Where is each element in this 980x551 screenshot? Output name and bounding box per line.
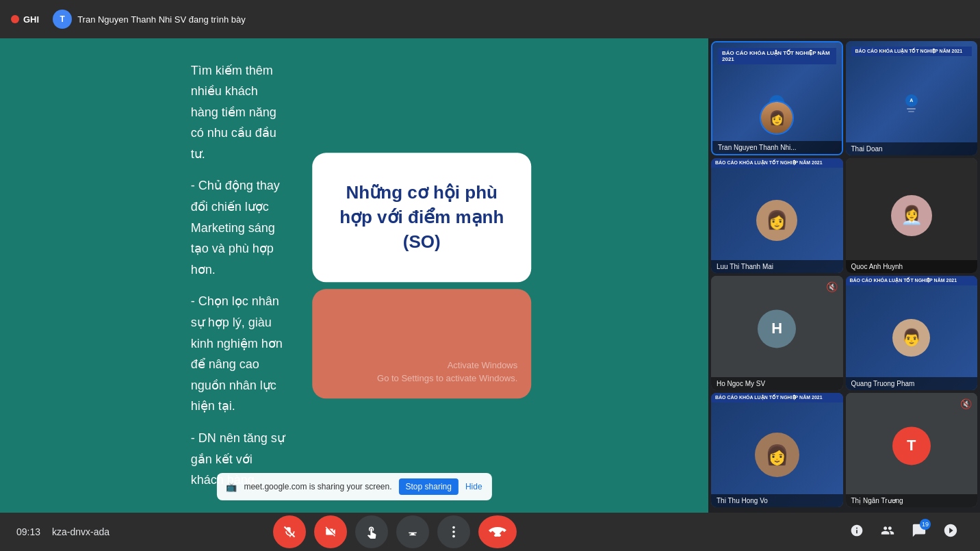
main-presentation-area: Tìm kiếm thêm nhiều khách hàng tiềm năng… bbox=[0, 38, 708, 513]
participant-name-3: Luu Thi Thanh Mai bbox=[717, 263, 773, 270]
participant-tile-2[interactable]: BÁO CÁO KHÓA LUẬN TỐT NGHIỆP NĂM 2021 A … bbox=[846, 41, 978, 155]
activate-windows-text: Activate Windows Go to Settings to activ… bbox=[377, 360, 517, 385]
slide-right-panel: Những cơ hội phù hợp với điểm mạnh (SO) … bbox=[312, 153, 531, 398]
participant-name-bar-5: Ho Ngoc My SV bbox=[711, 377, 843, 390]
presenter-avatar: T bbox=[53, 10, 72, 29]
screen-share-bar: 📺 meet.google.com is sharing your screen… bbox=[216, 473, 491, 500]
rec-label: GHI bbox=[23, 14, 39, 25]
top-bar: GHI T Tran Nguyen Thanh Nhi SV đang trìn… bbox=[0, 0, 980, 38]
participant-name-bar-6: Quang Truong Pham bbox=[846, 377, 978, 390]
slide-white-card: Những cơ hội phù hợp với điểm mạnh (SO) bbox=[312, 153, 531, 282]
svg-point-2 bbox=[453, 530, 456, 533]
participant-avatar-8: T bbox=[892, 427, 931, 465]
time-display: 09:13 bbox=[16, 526, 44, 537]
mute-button[interactable] bbox=[273, 515, 306, 548]
end-call-button[interactable] bbox=[478, 515, 517, 548]
participant-tile-3[interactable]: BÁO CÁO KHÓA LUẬN TỐT NGHIỆP NĂM 2021 👩 … bbox=[711, 158, 843, 272]
more-options-button[interactable] bbox=[437, 515, 470, 548]
participant-name-6: Quang Truong Pham bbox=[851, 380, 915, 387]
participant-name-bar-2: Thai Doan bbox=[846, 142, 978, 155]
recording-badge: GHI bbox=[11, 14, 39, 25]
svg-point-3 bbox=[453, 535, 456, 538]
participant-tile-4[interactable]: 👩‍💼 Quoc Anh Huynh bbox=[846, 158, 978, 272]
slide-container: Tìm kiếm thêm nhiều khách hàng tiềm năng… bbox=[177, 47, 532, 504]
presenter-info: T Tran Nguyen Thanh Nhi SV đang trình bà… bbox=[53, 10, 246, 29]
bottom-controls bbox=[273, 515, 517, 548]
participant-name-1: Tran Nguyen Thanh Nhi... bbox=[718, 144, 797, 151]
bullet-3: - Chọn lọc nhân sự hợp lý, giàu kinh ngh… bbox=[191, 292, 285, 418]
participant-name-5: Ho Ngoc My SV bbox=[717, 380, 765, 387]
bullet-2: - Chủ động thay đổi chiến lược Marketing… bbox=[191, 176, 285, 281]
mute-icon-5: 🔇 bbox=[826, 281, 838, 292]
present-button[interactable] bbox=[396, 515, 429, 548]
presenter-name: Tran Nguyen Thanh Nhi SV đang trình bày bbox=[77, 14, 246, 25]
stop-sharing-button[interactable]: Stop sharing bbox=[399, 478, 459, 495]
camera-button[interactable] bbox=[314, 515, 347, 548]
mute-icon-8: 🔇 bbox=[960, 398, 972, 409]
activities-button[interactable] bbox=[938, 517, 964, 547]
slide-text-area: Tìm kiếm thêm nhiều khách hàng tiềm năng… bbox=[177, 47, 299, 504]
participant-name-bar-8: Thị Ngân Trương bbox=[846, 494, 978, 507]
participant-name-bar-4: Quoc Anh Huynh bbox=[846, 260, 978, 273]
hide-button[interactable]: Hide bbox=[465, 482, 482, 491]
bullet-1: Tìm kiếm thêm nhiều khách hàng tiềm năng… bbox=[191, 60, 285, 165]
participant-name-2: Thai Doan bbox=[851, 145, 883, 153]
participants-panel: BÁO CÁO KHÓA LUẬN TỐT NGHIỆP NĂM 2021 A … bbox=[708, 38, 980, 513]
participant-tile-7[interactable]: BÁO CÁO KHÓA LUẬN TỐT NGHIỆP NĂM 2021 👩 … bbox=[711, 393, 843, 507]
raise-hand-button[interactable] bbox=[355, 515, 388, 548]
chat-badge: 19 bbox=[920, 519, 931, 530]
rec-dot bbox=[11, 15, 19, 23]
bottom-bar: 09:13 kza-dnvx-ada bbox=[0, 513, 980, 551]
participant-name-4: Quoc Anh Huynh bbox=[851, 263, 903, 270]
slide-title: Những cơ hội phù hợp với điểm mạnh (SO) bbox=[337, 180, 506, 255]
svg-point-1 bbox=[453, 526, 456, 529]
participant-tile-8[interactable]: T 🔇 Thị Ngân Trương bbox=[846, 393, 978, 507]
share-text: meet.google.com is sharing your screen. bbox=[244, 482, 391, 491]
participant-tile-5[interactable]: H 🔇 Ho Ngoc My SV bbox=[711, 276, 843, 390]
participant-name-bar-1: Tran Nguyen Thanh Nhi... bbox=[712, 141, 842, 154]
participant-avatar-5: H bbox=[758, 310, 796, 348]
participant-tile-1[interactable]: BÁO CÁO KHÓA LUẬN TỐT NGHIỆP NĂM 2021 A … bbox=[711, 41, 843, 155]
participant-name-bar-3: Luu Thi Thanh Mai bbox=[711, 260, 843, 273]
chat-button[interactable]: 19 bbox=[906, 517, 932, 547]
participant-name-bar-7: Thi Thu Hong Vo bbox=[711, 494, 843, 507]
people-button[interactable] bbox=[875, 518, 901, 546]
bottom-right-controls: 19 bbox=[844, 517, 964, 547]
participant-tile-6[interactable]: BÁO CÁO KHÓA LUẬN TỐT NGHIỆP NĂM 2021 👨 … bbox=[846, 276, 978, 390]
meeting-code: kza-dnvx-ada bbox=[52, 526, 109, 537]
info-button[interactable] bbox=[844, 518, 869, 546]
slide-orange-card: Activate Windows Go to Settings to activ… bbox=[312, 289, 531, 398]
participant-name-8: Thị Ngân Trương bbox=[851, 497, 903, 504]
share-icon: 📺 bbox=[226, 482, 237, 492]
participant-name-7: Thi Thu Hong Vo bbox=[717, 497, 768, 504]
